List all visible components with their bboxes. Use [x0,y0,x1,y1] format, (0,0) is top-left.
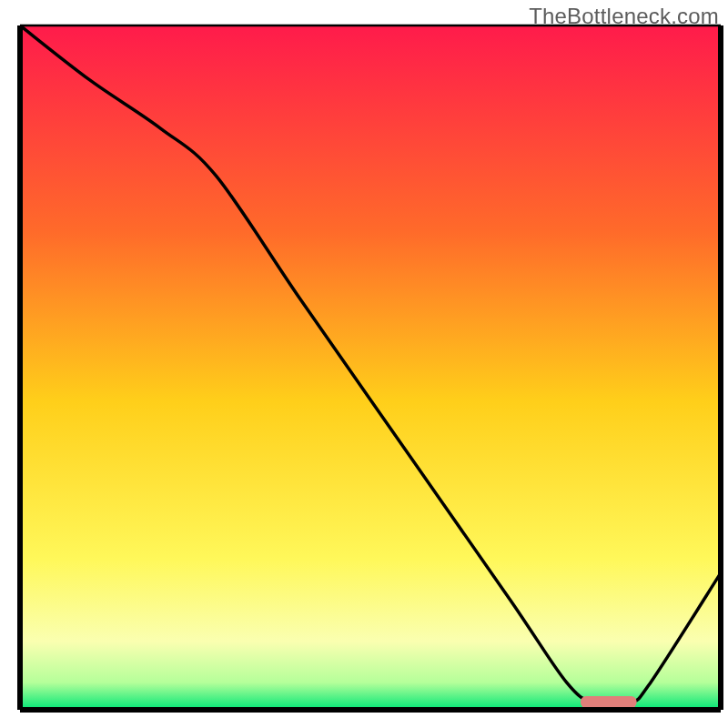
watermark-text: TheBottleneck.com [529,4,719,29]
optimal-range-marker [581,696,637,708]
bottleneck-chart [0,0,728,728]
gradient-background [20,25,721,710]
chart-stage: TheBottleneck.com [0,0,728,728]
